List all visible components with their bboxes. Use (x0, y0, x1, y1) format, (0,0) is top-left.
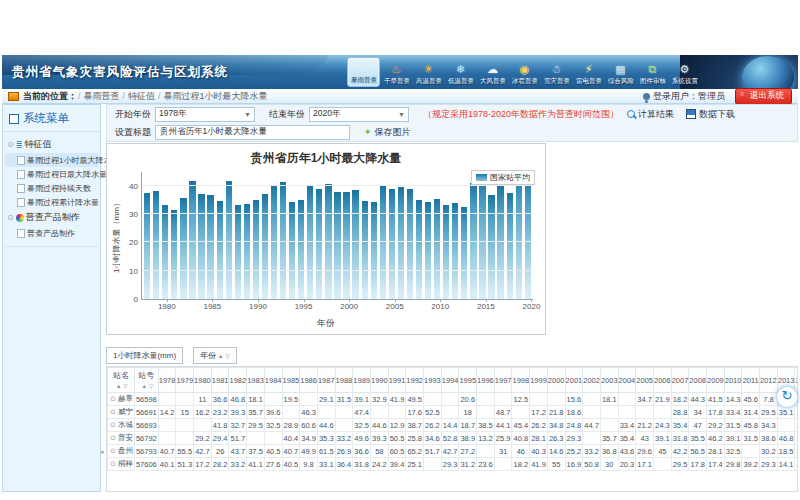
breadcrumb-segment[interactable]: 暴雨过程1小时最大降水量 (164, 91, 268, 101)
column-header-year[interactable]: 1985 (282, 368, 300, 393)
nav-item[interactable]: ☃雪灾普查 (541, 57, 572, 87)
collapse-splitter-icon[interactable]: ◂ (100, 448, 104, 456)
column-header-year[interactable]: 1984 (264, 368, 282, 393)
chart-title-input[interactable]: 贵州省历年1小时最大降水量 (155, 125, 350, 140)
refresh-icon[interactable]: ↻ (776, 386, 798, 408)
nav-item[interactable]: ⧉图件审核 (637, 57, 668, 87)
end-year-select[interactable]: 2020年 ▼ (309, 107, 409, 122)
column-header-year[interactable]: 1999 (530, 368, 548, 393)
expand-icon[interactable]: ⊙ (7, 213, 14, 222)
breadcrumb-segment[interactable]: 暴雨普查 (84, 91, 120, 101)
column-header-year[interactable]: 2000 (547, 368, 565, 393)
column-header-year[interactable]: 1988 (335, 368, 353, 393)
sidebar-item[interactable]: 暴雨过程1小时最大降水量 (5, 153, 98, 167)
sort-desc-icon[interactable]: ▽ (124, 383, 128, 389)
nav-item[interactable]: ☁大风普查 (477, 57, 508, 87)
column-header-year[interactable]: 1987 (317, 368, 335, 393)
column-header-year[interactable]: 1997 (494, 368, 512, 393)
breadcrumb-segment[interactable]: 特征值 (128, 91, 155, 101)
sidebar-item[interactable]: 普查产品制作 (5, 226, 98, 240)
row-expand-icon[interactable]: ⊙ (110, 408, 116, 415)
nav-item[interactable]: ☀高温普查 (413, 57, 444, 87)
logout-button[interactable]: 退出系统 (735, 88, 792, 105)
column-header-year[interactable]: 2010 (724, 368, 742, 393)
nav-item[interactable]: ◉冰雹普查 (509, 57, 540, 87)
column-header-year[interactable]: 1991 (388, 368, 406, 393)
column-header-year[interactable]: 2014 (795, 368, 798, 393)
column-header-station-name[interactable]: 站名▲▽ (108, 368, 135, 393)
sidebar-item[interactable]: 暴雨过程日最大降水量 (5, 167, 98, 181)
table-row[interactable]: ⊙普安5679229.229.451.740.434.935.333.249.6… (108, 432, 799, 445)
table-row[interactable]: ⊙盘州5679340.755.542.72643.737.540.540.749… (108, 445, 799, 458)
column-header-year[interactable]: 1990 (370, 368, 388, 393)
value-cell: 21.8 (547, 406, 565, 419)
sort-asc-icon[interactable]: ▲ (116, 383, 121, 389)
value-cell (583, 393, 601, 406)
column-header-year[interactable]: 1989 (353, 368, 371, 393)
year-field-chip[interactable]: 年份 ▲ ▽ (193, 347, 237, 364)
calc-result-button[interactable]: 计算结果 (627, 108, 674, 121)
row-expand-icon[interactable]: ⊙ (110, 421, 116, 428)
list-icon: ≣ (16, 140, 23, 149)
value-cell: 12.5 (512, 393, 530, 406)
row-expand-icon[interactable]: ⊙ (110, 460, 116, 467)
tree-group[interactable]: ⊙普查产品制作 (5, 209, 98, 226)
nav-item[interactable]: ♨干旱普查 (381, 57, 412, 87)
column-header-year[interactable]: 2007 (671, 368, 689, 393)
column-header-year[interactable]: 2001 (565, 368, 583, 393)
column-header-year[interactable]: 2011 (742, 368, 760, 393)
row-expand-icon[interactable]: ⊙ (110, 447, 116, 454)
nav-item[interactable]: ⚙系统设置 (669, 57, 700, 87)
column-header-year[interactable]: 1982 (229, 368, 247, 393)
column-header-year[interactable]: 1981 (211, 368, 229, 393)
nav-item[interactable]: ☔暴雨普查 (347, 57, 380, 87)
column-header-year[interactable]: 1996 (477, 368, 495, 393)
column-header-year[interactable]: 2009 (707, 368, 725, 393)
sidebar-item[interactable]: 暴雨过程持续天数 (5, 181, 98, 195)
table-row[interactable]: ⊙威宁5669114.21516.223.239.335.739.646.347… (108, 406, 799, 419)
row-expand-icon[interactable]: ⊙ (110, 395, 116, 402)
data-download-button[interactable]: 数据下载 (686, 108, 735, 121)
column-header-year[interactable]: 2006 (653, 368, 671, 393)
sort-asc-icon[interactable]: ▲ (141, 383, 146, 389)
value-cell: 35.7 (247, 406, 265, 419)
column-header-year[interactable]: 1978 (158, 368, 176, 393)
tree-group[interactable]: ⊙≣特征值 (5, 136, 98, 153)
table-filter-row: 1小时降水量(mm) 年份 ▲ ▽ (106, 347, 247, 364)
column-header-year[interactable]: 1992 (406, 368, 424, 393)
nav-item[interactable]: ▦综合风险 (605, 57, 636, 87)
start-year-select[interactable]: 1978年 ▼ (155, 107, 255, 122)
sort-desc-icon[interactable]: ▽ (226, 353, 230, 359)
save-image-button[interactable]: ✦ 保存图片 (364, 126, 411, 139)
nav-item[interactable]: ⚡雷电普查 (573, 57, 604, 87)
column-header-year[interactable]: 2005 (636, 368, 654, 393)
table-row[interactable]: ⊙赫章565981136.646.818.119.529.131.539.132… (108, 393, 799, 406)
nav-item[interactable]: ❄低温普查 (445, 57, 476, 87)
column-header-year[interactable]: 2008 (689, 368, 707, 393)
station-name-cell: ⊙水城 (108, 419, 135, 432)
column-header-year[interactable]: 1980 (194, 368, 212, 393)
value-cell: 26.9 (335, 445, 353, 458)
column-header-station-id[interactable]: 站号▲▽ (134, 368, 158, 393)
sort-asc-icon[interactable]: ▲ (218, 353, 223, 359)
column-header-year[interactable]: 1998 (512, 368, 530, 393)
column-header-year[interactable]: 2003 (600, 368, 618, 393)
sort-desc-icon[interactable]: ▽ (149, 383, 153, 389)
column-header-year[interactable]: 2012 (760, 368, 778, 393)
nav-item-label: 高温普查 (416, 76, 442, 85)
column-header-year[interactable]: 2004 (618, 368, 636, 393)
table-row[interactable]: ⊙水城5669341.832.729.532.528.960.644.632.5… (108, 419, 799, 432)
column-header-year[interactable]: 1994 (441, 368, 459, 393)
value-field-chip[interactable]: 1小时降水量(mm) (106, 347, 183, 364)
table-row[interactable]: ⊙桐梓5760640.151.317.228.233.241.127.640.5… (108, 458, 799, 471)
column-header-year[interactable]: 1983 (247, 368, 265, 393)
user-icon (643, 93, 650, 100)
column-header-year[interactable]: 1993 (424, 368, 442, 393)
row-expand-icon[interactable]: ⊙ (110, 434, 116, 441)
expand-icon[interactable]: ⊙ (7, 140, 14, 149)
column-header-year[interactable]: 1979 (176, 368, 194, 393)
column-header-year[interactable]: 2002 (583, 368, 601, 393)
column-header-year[interactable]: 1995 (459, 368, 477, 393)
sidebar-item[interactable]: 暴雨过程累计降水量 (5, 195, 98, 209)
column-header-year[interactable]: 1986 (300, 368, 318, 393)
